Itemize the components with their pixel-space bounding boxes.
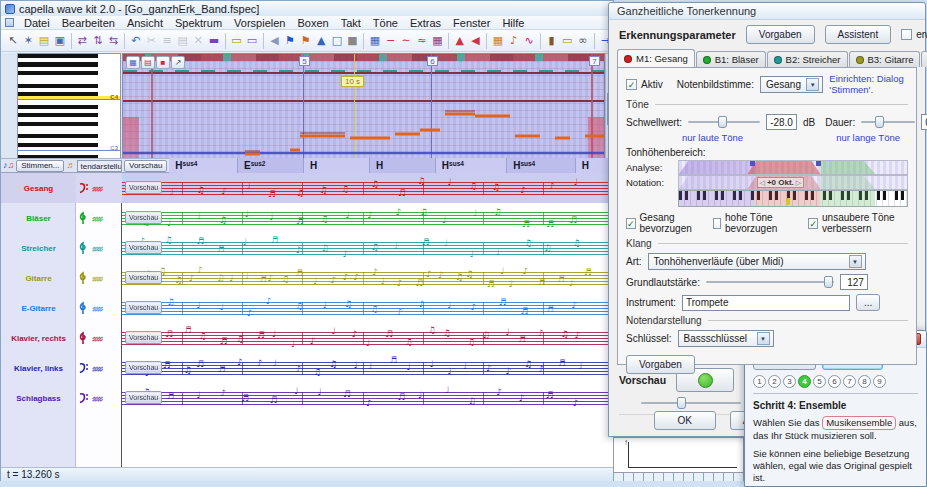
nur-lange-toene-link[interactable]: nur lange Töne (836, 132, 900, 143)
vorgaben-button[interactable]: Vorgaben (626, 355, 695, 374)
notenbildstimme-select[interactable]: Gesang ▼ (760, 76, 823, 93)
tone-flat-icon[interactable]: − (383, 32, 399, 50)
import-midi-icon[interactable]: ⇅ (90, 32, 106, 50)
spectrum-grid-icon[interactable]: ▦ (126, 56, 140, 69)
spectrum-path-icon[interactable]: ↗ (171, 56, 185, 69)
spectrum-list-icon[interactable]: ▤ (141, 56, 155, 69)
track-label-3[interactable]: Streicher (1, 233, 76, 263)
art-select[interactable]: Tonhöhenverläufe (über Midi) ▼ (648, 253, 866, 270)
voice-tab-3[interactable]: B2: Streicher (767, 51, 848, 67)
menu-vorspielen[interactable]: Vorspielen (229, 16, 290, 30)
tone-vibrato-icon[interactable]: ≈ (414, 32, 430, 50)
step-circle-4[interactable]: 4 (798, 375, 811, 388)
import-score-icon[interactable]: ⇆ (106, 32, 122, 50)
frame-icon[interactable]: ▭ (559, 32, 575, 50)
schluessel-select[interactable]: Bassschlüssel ▼ (678, 330, 774, 347)
notation-band[interactable]: ◁ +0 Okt. ▷ (678, 175, 908, 190)
track-label-5[interactable]: E-Gitarre (1, 293, 76, 323)
menu-bearbeiten[interactable]: Bearbeiten (57, 16, 120, 30)
menu-hilfe[interactable]: Hilfe (497, 16, 529, 30)
grundlautstaerke-slider[interactable] (706, 275, 834, 289)
tone-glide-icon[interactable]: ∼ (398, 32, 414, 50)
voice-tab-1[interactable]: M1: Gesang (617, 49, 695, 67)
menu-töne[interactable]: Töne (368, 16, 403, 30)
open-file-icon[interactable]: ▤ (36, 32, 52, 50)
chord-grid-icon[interactable]: ▦ (490, 32, 506, 50)
vorgaben-header-button[interactable]: Vorgaben (746, 25, 815, 44)
piano-range-strip[interactable] (678, 190, 908, 207)
voice-tab-2[interactable]: B1: Bläser (696, 51, 766, 67)
hohe-toene-box[interactable] (713, 218, 721, 229)
dauer-slider[interactable] (861, 115, 915, 129)
step-circle-8[interactable]: 8 (858, 375, 871, 388)
schwellwert-field[interactable]: -28.0 (766, 114, 797, 130)
dialog-title-bar[interactable]: Ganzheitliche Tonerkennung (609, 3, 925, 20)
note-spray-icon[interactable]: ▲ (452, 32, 468, 50)
gesang-bevorzugen-box[interactable]: ✓ (626, 218, 636, 229)
menu-ansicht[interactable]: Ansicht (122, 16, 168, 30)
chord-6[interactable]: Hsus4 (507, 158, 576, 173)
marker-start-icon[interactable]: ⚑ (282, 32, 298, 50)
staff-row-4[interactable]: ♫♫♫♪♪♫♩♩♬♪♫♬♩♪♪♪♪♩♪♬♪♪♫♫♬♩♪♪♬♬♩♬Vorschau (122, 263, 615, 293)
track-vorschau-button-1[interactable]: Vorschau (125, 181, 162, 194)
track-label-1[interactable]: Gesang (1, 173, 76, 203)
ok-button[interactable]: OK (654, 411, 716, 430)
analyse-band[interactable] (678, 160, 908, 175)
menu-spektrum[interactable]: Spektrum (170, 16, 227, 30)
track-vorschau-button-7[interactable]: Vorschau (125, 361, 162, 374)
staff-row-5[interactable]: ♪♫♩♩♪♪♫♩♫♫♪♪♩♪♬♬♬♪Vorschau (122, 293, 615, 323)
chord-1[interactable]: Hsus4 (169, 158, 238, 173)
marker-end-icon[interactable]: ⚑ (298, 32, 314, 50)
voice-tab-5[interactable]: B4: E-Gitarre (921, 51, 927, 67)
track-vorschau-button-4[interactable]: Vorschau (125, 271, 162, 284)
track-label-4[interactable]: Gitarre (1, 263, 76, 293)
schwellwert-slider[interactable] (688, 115, 760, 129)
wand-tool-icon[interactable]: ✶ (21, 32, 37, 50)
erweitert-checkbox[interactable]: erweitert (901, 29, 927, 40)
cut-icon[interactable]: ✂ (144, 32, 160, 50)
track-vorschau-button-6[interactable]: Vorschau (125, 331, 162, 344)
erweitert-checkbox-box[interactable] (901, 29, 912, 40)
undo-icon[interactable]: ↶ (128, 32, 144, 50)
staff-row-1[interactable]: ♬♩♫♪♩♬♫♫♫♫♬♫♩♫♫♪♪♩Vorschau (122, 173, 615, 203)
stop-icon[interactable]: ■ (345, 32, 361, 50)
delete-icon[interactable]: ✕ (190, 32, 206, 50)
select-tool-icon[interactable]: ↖ (5, 32, 21, 50)
save-file-icon[interactable]: ▣ (52, 32, 68, 50)
range-handle[interactable] (750, 161, 755, 166)
step-circle-5[interactable]: 5 (813, 375, 826, 388)
play-position-icon[interactable]: ▲ (313, 32, 329, 50)
menu-boxen[interactable]: Boxen (292, 16, 333, 30)
menu-takt[interactable]: Takt (336, 16, 366, 30)
step-circle-9[interactable]: 9 (873, 375, 886, 388)
glasses-icon[interactable]: ∞ (575, 32, 591, 50)
nur-laute-toene-link[interactable]: nur laute Töne (682, 132, 743, 143)
instrument-field[interactable]: Trompete (682, 295, 850, 311)
staff-row-6[interactable]: ♫♬♬♫♬♫♬♩♩♪♩♪♩♬♫♫♫♫♫♩♬♪♫♪Vorschau (122, 323, 615, 353)
import-wave-icon[interactable]: ⇄ (74, 32, 90, 50)
menu-datei[interactable]: Datei (19, 16, 55, 30)
speaker-icon[interactable]: ◀ (468, 32, 484, 50)
hohe-toene-checkbox[interactable]: hohe Töne bevorzugen (713, 212, 797, 234)
vorschau-slider[interactable] (641, 396, 741, 410)
unsaubere-toene-box[interactable]: ✓ (808, 218, 818, 229)
chord-notes-icon[interactable]: ♪ (506, 32, 522, 50)
einrichten-link[interactable]: Einrichten: Dialog 'Stimmen'. (829, 73, 908, 95)
menu-extras[interactable]: Extras (405, 16, 446, 30)
staff-row-7[interactable]: ♪♬♫♬♬♪♪♩♪♫♫♩♩♬♩♩♩♩♪♪♫♪♬♩Vorschau (122, 353, 615, 383)
step-circle-6[interactable]: 6 (828, 375, 841, 388)
track-label-6[interactable]: Klavier, rechts (1, 323, 76, 353)
track-label-8[interactable]: Schlagbass (1, 383, 76, 413)
staff-row-3[interactable]: ♪♫♬♬♩♬♪♫♪♫♩♬♩♩♩♫♫♫Vorschau (122, 233, 615, 263)
octave-left-icon[interactable]: ◁ (760, 179, 765, 187)
step-circle-7[interactable]: 7 (843, 375, 856, 388)
chord-3[interactable]: H (304, 158, 370, 173)
staff-row-8[interactable]: ♫♬♩♪♬♬♩♩♬♪♬♩♩♫♪♪♬♪Vorschau (122, 383, 615, 413)
paste-icon[interactable]: ▤ (175, 32, 191, 50)
copy-icon[interactable]: ≡ (159, 32, 175, 50)
voice-tab-4[interactable]: B3: Gitarre (849, 51, 921, 67)
track-vorschau-button-2[interactable]: Vorschau (125, 211, 162, 224)
record-icon[interactable]: □ (329, 32, 345, 50)
chord-5[interactable]: Hsus4 (436, 158, 507, 173)
octave-shift-control[interactable]: ◁ +0 Okt. ▷ (757, 177, 805, 188)
